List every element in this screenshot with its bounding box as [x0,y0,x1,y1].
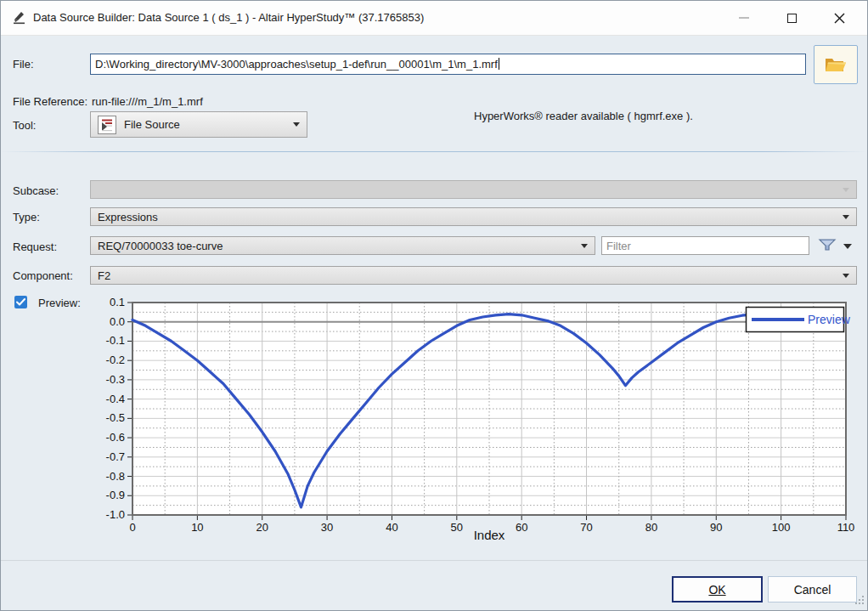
svg-text:Preview: Preview [808,313,851,326]
preview-checkbox[interactable] [14,296,27,308]
svg-text:20: 20 [256,521,268,534]
resize-grip[interactable] [854,595,865,608]
request-dropdown[interactable]: REQ/70000033 toe-curve [90,236,595,255]
subcase-label: Subcase: [13,184,59,197]
svg-text:30: 30 [321,521,333,534]
svg-text:0.1: 0.1 [110,296,125,308]
svg-text:0: 0 [129,521,135,534]
component-dropdown-value: F2 [98,269,110,282]
svg-text:-0.8: -0.8 [106,470,125,483]
request-dropdown-value: REQ/70000033 toe-curve [98,240,223,252]
svg-text:-0.2: -0.2 [106,354,125,366]
minimize-icon [739,17,749,19]
filter-funnel-icon[interactable] [818,239,837,255]
cancel-button[interactable]: Cancel [768,576,857,603]
filter-input[interactable] [601,236,809,255]
separator-line [1,560,867,561]
subcase-dropdown [90,180,857,199]
tool-dropdown-value: File Source [124,118,180,131]
svg-text:90: 90 [710,521,722,534]
data-source-builder-dialog: Data Source Builder: Data Source 1 ( ds_… [0,0,868,611]
browse-file-button[interactable] [814,45,858,84]
text-caret [499,58,499,70]
chevron-down-icon [843,274,849,278]
maximize-button[interactable] [772,1,811,35]
maximize-icon [787,14,797,23]
svg-text:50: 50 [451,521,463,534]
file-source-icon [98,116,116,134]
svg-text:80: 80 [645,521,657,534]
tool-dropdown[interactable]: File Source [90,111,307,138]
chevron-down-icon [581,244,588,248]
window-title: Data Source Builder: Data Source 1 ( ds_… [33,11,424,24]
file-path-text: D:\Working_directory\MV-3000\approaches\… [95,58,498,71]
svg-text:0.0: 0.0 [110,315,125,328]
svg-text:60: 60 [516,521,527,534]
file-reference-label: File Reference: [13,95,87,108]
open-folder-icon [823,54,848,75]
reader-available-note: HyperWorks® reader available ( hgmrf.exe… [474,110,693,122]
tool-label: Tool: [13,119,36,132]
title-bar: Data Source Builder: Data Source 1 ( ds_… [1,1,867,36]
svg-text:-0.5: -0.5 [106,411,125,424]
ok-button[interactable]: OK [672,576,763,603]
close-icon [834,13,845,24]
svg-text:100: 100 [772,521,791,534]
type-dropdown[interactable]: Expressions [90,207,857,226]
svg-text:-0.9: -0.9 [106,489,125,501]
svg-text:70: 70 [580,521,592,534]
svg-text:-0.4: -0.4 [106,393,125,405]
svg-text:10: 10 [191,521,203,534]
file-label: File: [13,58,34,71]
hyperstudy-app-icon [12,10,27,25]
svg-text:110: 110 [837,521,855,534]
svg-text:-0.3: -0.3 [106,373,125,386]
svg-text:-0.6: -0.6 [106,431,125,444]
request-label: Request: [13,240,57,253]
separator-line [1,151,867,152]
preview-label: Preview: [38,297,81,309]
component-label: Component: [13,269,73,282]
minimize-button [724,1,764,35]
chevron-down-icon [843,188,849,192]
checkmark-icon [16,298,25,306]
svg-text:-0.1: -0.1 [106,334,125,347]
svg-text:40: 40 [386,521,397,534]
close-button[interactable] [820,1,859,35]
filter-menu-chevron-icon[interactable] [843,244,852,249]
file-path-input[interactable]: D:\Working_directory\MV-3000\approaches\… [90,54,806,75]
svg-text:Index: Index [474,528,505,542]
file-reference-value: run-file:///m_1/m_1.mrf [92,95,203,108]
chevron-down-icon [293,122,300,127]
type-dropdown-value: Expressions [98,211,158,223]
svg-text:-0.7: -0.7 [106,450,125,463]
component-dropdown[interactable]: F2 [90,266,857,285]
preview-chart: 01020304050607080901001100.10.0-0.1-0.2-… [1,1,868,611]
chevron-down-icon [843,215,849,219]
type-label: Type: [13,211,40,223]
svg-text:-1.0: -1.0 [106,508,125,521]
